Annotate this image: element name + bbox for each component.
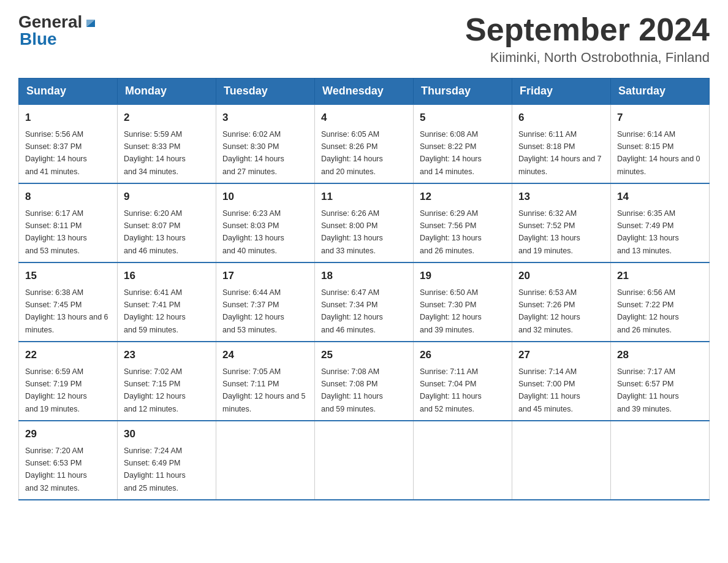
day-info: Sunrise: 6:08 AMSunset: 8:22 PMDaylight:… bbox=[420, 130, 482, 176]
day-number: 1 bbox=[25, 110, 111, 126]
day-info: Sunrise: 7:17 AMSunset: 6:57 PMDaylight:… bbox=[617, 367, 679, 413]
logo-triangle-icon bbox=[84, 16, 97, 29]
day-info: Sunrise: 6:56 AMSunset: 7:22 PMDaylight:… bbox=[617, 288, 679, 334]
calendar-cell: 14 Sunrise: 6:35 AMSunset: 7:49 PMDaylig… bbox=[611, 183, 710, 262]
day-number: 18 bbox=[321, 268, 407, 284]
calendar-cell: 7 Sunrise: 6:14 AMSunset: 8:15 PMDayligh… bbox=[611, 104, 710, 183]
calendar-cell: 13 Sunrise: 6:32 AMSunset: 7:52 PMDaylig… bbox=[512, 183, 611, 262]
day-info: Sunrise: 6:17 AMSunset: 8:11 PMDaylight:… bbox=[25, 209, 87, 255]
calendar-cell: 20 Sunrise: 6:53 AMSunset: 7:26 PMDaylig… bbox=[512, 262, 611, 342]
calendar-cell: 15 Sunrise: 6:38 AMSunset: 7:45 PMDaylig… bbox=[19, 262, 118, 342]
day-info: Sunrise: 6:14 AMSunset: 8:15 PMDaylight:… bbox=[617, 130, 700, 176]
week-row-3: 15 Sunrise: 6:38 AMSunset: 7:45 PMDaylig… bbox=[19, 262, 710, 342]
calendar-cell: 10 Sunrise: 6:23 AMSunset: 8:03 PMDaylig… bbox=[216, 183, 315, 262]
day-info: Sunrise: 7:11 AMSunset: 7:04 PMDaylight:… bbox=[420, 367, 482, 413]
location-subtitle: Kiiminki, North Ostrobothnia, Finland bbox=[465, 50, 710, 66]
calendar-cell: 27 Sunrise: 7:14 AMSunset: 7:00 PMDaylig… bbox=[512, 342, 611, 421]
day-info: Sunrise: 5:56 AMSunset: 8:37 PMDaylight:… bbox=[25, 130, 87, 176]
calendar-cell: 5 Sunrise: 6:08 AMSunset: 8:22 PMDayligh… bbox=[414, 104, 512, 183]
calendar-cell: 19 Sunrise: 6:50 AMSunset: 7:30 PMDaylig… bbox=[414, 262, 512, 342]
calendar-cell: 2 Sunrise: 5:59 AMSunset: 8:33 PMDayligh… bbox=[118, 104, 216, 183]
day-number: 23 bbox=[124, 347, 210, 363]
day-number: 7 bbox=[617, 110, 703, 126]
title-section: September 2024 Kiiminki, North Ostroboth… bbox=[465, 12, 710, 66]
day-number: 14 bbox=[617, 189, 703, 205]
day-number: 9 bbox=[124, 189, 210, 205]
day-number: 3 bbox=[222, 110, 308, 126]
calendar-cell: 23 Sunrise: 7:02 AMSunset: 7:15 PMDaylig… bbox=[118, 342, 216, 421]
calendar-cell: 18 Sunrise: 6:47 AMSunset: 7:34 PMDaylig… bbox=[315, 262, 414, 342]
day-number: 2 bbox=[124, 110, 210, 126]
header-friday: Friday bbox=[512, 79, 611, 105]
day-number: 17 bbox=[222, 268, 308, 284]
calendar-cell: 17 Sunrise: 6:44 AMSunset: 7:37 PMDaylig… bbox=[216, 262, 315, 342]
day-number: 22 bbox=[25, 347, 111, 363]
day-info: Sunrise: 6:26 AMSunset: 8:00 PMDaylight:… bbox=[321, 209, 383, 255]
day-number: 25 bbox=[321, 347, 407, 363]
calendar-cell bbox=[512, 421, 611, 500]
day-info: Sunrise: 7:20 AMSunset: 6:53 PMDaylight:… bbox=[25, 446, 87, 492]
day-info: Sunrise: 6:20 AMSunset: 8:07 PMDaylight:… bbox=[124, 209, 186, 255]
calendar-cell: 24 Sunrise: 7:05 AMSunset: 7:11 PMDaylig… bbox=[216, 342, 315, 421]
calendar-cell: 21 Sunrise: 6:56 AMSunset: 7:22 PMDaylig… bbox=[611, 262, 710, 342]
day-number: 30 bbox=[124, 426, 210, 442]
weekday-header-row: Sunday Monday Tuesday Wednesday Thursday… bbox=[19, 79, 710, 105]
day-info: Sunrise: 5:59 AMSunset: 8:33 PMDaylight:… bbox=[124, 130, 186, 176]
day-info: Sunrise: 7:24 AMSunset: 6:49 PMDaylight:… bbox=[124, 446, 186, 492]
logo: General Blue bbox=[18, 12, 97, 49]
calendar-cell: 22 Sunrise: 6:59 AMSunset: 7:19 PMDaylig… bbox=[19, 342, 118, 421]
day-number: 6 bbox=[518, 110, 604, 126]
day-info: Sunrise: 6:53 AMSunset: 7:26 PMDaylight:… bbox=[518, 288, 580, 334]
day-info: Sunrise: 6:35 AMSunset: 7:49 PMDaylight:… bbox=[617, 209, 679, 255]
calendar-cell: 30 Sunrise: 7:24 AMSunset: 6:49 PMDaylig… bbox=[118, 421, 216, 500]
day-number: 20 bbox=[518, 268, 604, 284]
header-thursday: Thursday bbox=[414, 79, 512, 105]
header-sunday: Sunday bbox=[19, 79, 118, 105]
day-number: 24 bbox=[222, 347, 308, 363]
day-info: Sunrise: 6:02 AMSunset: 8:30 PMDaylight:… bbox=[222, 130, 284, 176]
day-number: 21 bbox=[617, 268, 703, 284]
day-info: Sunrise: 6:29 AMSunset: 7:56 PMDaylight:… bbox=[420, 209, 482, 255]
day-number: 5 bbox=[420, 110, 506, 126]
day-info: Sunrise: 6:59 AMSunset: 7:19 PMDaylight:… bbox=[25, 367, 87, 413]
calendar-cell: 8 Sunrise: 6:17 AMSunset: 8:11 PMDayligh… bbox=[19, 183, 118, 262]
week-row-1: 1 Sunrise: 5:56 AMSunset: 8:37 PMDayligh… bbox=[19, 104, 710, 183]
day-number: 13 bbox=[518, 189, 604, 205]
day-info: Sunrise: 7:08 AMSunset: 7:08 PMDaylight:… bbox=[321, 367, 383, 413]
day-number: 28 bbox=[617, 347, 703, 363]
day-info: Sunrise: 6:41 AMSunset: 7:41 PMDaylight:… bbox=[124, 288, 186, 334]
calendar-cell: 16 Sunrise: 6:41 AMSunset: 7:41 PMDaylig… bbox=[118, 262, 216, 342]
day-number: 27 bbox=[518, 347, 604, 363]
header-saturday: Saturday bbox=[611, 79, 710, 105]
calendar-cell: 6 Sunrise: 6:11 AMSunset: 8:18 PMDayligh… bbox=[512, 104, 611, 183]
day-number: 15 bbox=[25, 268, 111, 284]
day-number: 12 bbox=[420, 189, 506, 205]
week-row-4: 22 Sunrise: 6:59 AMSunset: 7:19 PMDaylig… bbox=[19, 342, 710, 421]
calendar-cell bbox=[315, 421, 414, 500]
calendar-cell bbox=[216, 421, 315, 500]
day-number: 26 bbox=[420, 347, 506, 363]
day-info: Sunrise: 6:05 AMSunset: 8:26 PMDaylight:… bbox=[321, 130, 383, 176]
day-info: Sunrise: 6:44 AMSunset: 7:37 PMDaylight:… bbox=[222, 288, 284, 334]
calendar-cell: 28 Sunrise: 7:17 AMSunset: 6:57 PMDaylig… bbox=[611, 342, 710, 421]
logo-text-blue: Blue bbox=[20, 29, 57, 49]
month-title: September 2024 bbox=[465, 12, 710, 47]
calendar-cell: 4 Sunrise: 6:05 AMSunset: 8:26 PMDayligh… bbox=[315, 104, 414, 183]
day-info: Sunrise: 6:32 AMSunset: 7:52 PMDaylight:… bbox=[518, 209, 580, 255]
calendar-cell bbox=[611, 421, 710, 500]
day-number: 29 bbox=[25, 426, 111, 442]
calendar-cell: 12 Sunrise: 6:29 AMSunset: 7:56 PMDaylig… bbox=[414, 183, 512, 262]
day-info: Sunrise: 6:11 AMSunset: 8:18 PMDaylight:… bbox=[518, 130, 602, 176]
header-monday: Monday bbox=[118, 79, 216, 105]
day-number: 19 bbox=[420, 268, 506, 284]
day-number: 4 bbox=[321, 110, 407, 126]
day-info: Sunrise: 6:50 AMSunset: 7:30 PMDaylight:… bbox=[420, 288, 482, 334]
day-info: Sunrise: 7:02 AMSunset: 7:15 PMDaylight:… bbox=[124, 367, 186, 413]
day-info: Sunrise: 6:47 AMSunset: 7:34 PMDaylight:… bbox=[321, 288, 383, 334]
day-info: Sunrise: 7:14 AMSunset: 7:00 PMDaylight:… bbox=[518, 367, 580, 413]
calendar-cell: 29 Sunrise: 7:20 AMSunset: 6:53 PMDaylig… bbox=[19, 421, 118, 500]
header-wednesday: Wednesday bbox=[315, 79, 414, 105]
header-tuesday: Tuesday bbox=[216, 79, 315, 105]
calendar-table: Sunday Monday Tuesday Wednesday Thursday… bbox=[18, 78, 710, 500]
calendar-cell: 25 Sunrise: 7:08 AMSunset: 7:08 PMDaylig… bbox=[315, 342, 414, 421]
